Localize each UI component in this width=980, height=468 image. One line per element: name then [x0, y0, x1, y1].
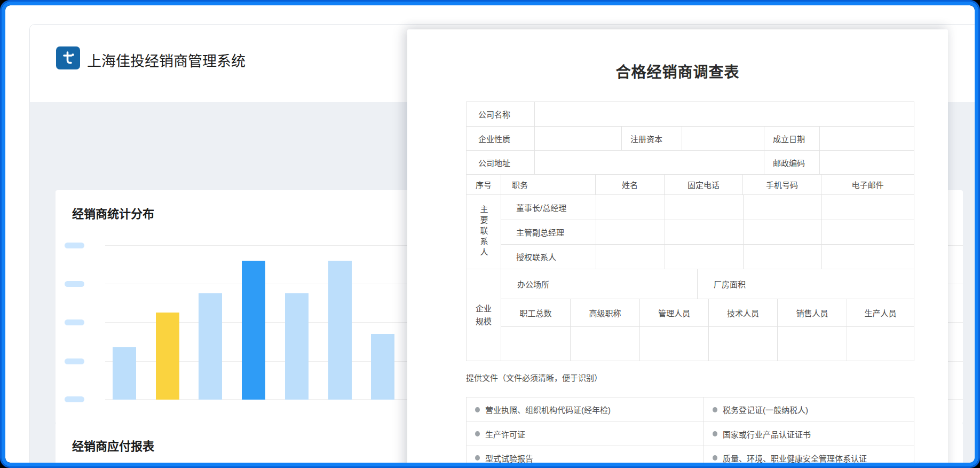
document-item-label: 营业执照、组织机构代码证(经年检) — [485, 404, 611, 415]
bullet-icon — [475, 431, 480, 436]
document-item-label: 质量、环境、职业健康安全管理体系认证 — [723, 453, 867, 463]
contact-input-cell[interactable] — [596, 195, 665, 220]
contact-input-cell[interactable] — [596, 220, 665, 244]
contact-input-cell[interactable] — [821, 220, 914, 244]
survey-form-table: 公司名称 企业性质 注册资本 成立日期 公司地址 邮政编码 — [466, 102, 914, 361]
office-premises-label: 办公场所 — [501, 269, 697, 299]
chart-bar — [156, 313, 179, 400]
app-title: 上海佳投经销商管理系统 — [87, 50, 246, 71]
document-item: 税务登记证(一般纳税人) — [704, 397, 914, 422]
logo-t-glyph — [60, 50, 77, 67]
y-axis-pill — [65, 358, 84, 364]
contact-input-cell[interactable] — [821, 245, 914, 269]
contact-input-cell[interactable] — [665, 220, 743, 244]
company-name-input-cell[interactable] — [534, 102, 914, 126]
staff-input-cell[interactable] — [777, 327, 847, 361]
staff-input-cell[interactable] — [570, 327, 639, 361]
chart-bar — [199, 293, 222, 400]
documents-row: 型式试验报告 质量、环境、职业健康安全管理体系认证 — [467, 446, 914, 463]
contact-col-header: 手机号码 — [742, 175, 821, 194]
contact-input-cell[interactable] — [821, 195, 914, 220]
company-address-label: 公司地址 — [467, 151, 534, 174]
document-item: 质量、环境、职业健康安全管理体系认证 — [704, 446, 914, 463]
documents-row: 生产许可证 国家或行业产品认证证书 — [467, 422, 914, 446]
contact-input-cell[interactable] — [743, 245, 821, 269]
staff-input-cell[interactable] — [639, 327, 708, 361]
postal-code-input-cell[interactable] — [819, 151, 914, 174]
bullet-icon — [475, 407, 480, 412]
enterprise-nature-label: 企业性质 — [467, 127, 534, 150]
staff-col-header: 销售人员 — [777, 299, 847, 326]
chart-bar — [113, 347, 136, 400]
staff-col-header: 职工总数 — [501, 299, 570, 326]
contact-col-header: 固定电话 — [664, 175, 742, 194]
contact-col-header: 职务 — [501, 175, 595, 194]
contact-input-cell[interactable] — [743, 220, 821, 244]
contact-col-header: 姓名 — [595, 175, 664, 194]
y-axis-pill — [65, 319, 84, 325]
document-item-label: 税务登记证(一般纳税人) — [723, 404, 808, 415]
contact-input-cell[interactable] — [665, 195, 743, 220]
document-item-label: 型式试验报告 — [485, 453, 533, 463]
contact-role-label: 授权联系人 — [501, 245, 596, 269]
document-item: 国家或行业产品认证证书 — [704, 422, 914, 446]
documents-list: 营业执照、组织机构代码证(经年检) 税务登记证(一般纳税人) 生产许可证 国家或… — [466, 397, 914, 463]
chart-bar — [242, 261, 265, 400]
chart-bar — [285, 293, 309, 400]
y-axis-pill — [65, 396, 84, 402]
staff-col-header: 高级职称 — [570, 299, 639, 326]
document-item: 营业执照、组织机构代码证(经年检) — [467, 397, 704, 422]
payables-card-title: 经销商应付报表 — [72, 436, 154, 454]
contact-col-header: 电子邮件 — [821, 175, 914, 194]
main-contacts-group-label: 主要联系人 — [467, 195, 501, 269]
bullet-icon — [713, 431, 717, 436]
chart-card-title: 经销商统计分布 — [72, 204, 154, 221]
contact-role-label: 董事长/总经理 — [501, 195, 596, 220]
registered-capital-label: 注册资本 — [621, 127, 682, 150]
documents-row: 营业执照、组织机构代码证(经年检) 税务登记证(一般纳税人) — [467, 397, 914, 422]
document-item-label: 生产许可证 — [485, 428, 525, 440]
staff-col-header: 技术人员 — [708, 299, 777, 326]
company-address-input-cell[interactable] — [534, 151, 764, 174]
staff-col-header: 生产人员 — [847, 299, 914, 326]
registered-capital-input-cell[interactable] — [682, 127, 764, 150]
document-item-label: 国家或行业产品认证证书 — [723, 428, 811, 440]
form-title: 合格经销商调查表 — [407, 60, 948, 82]
bullet-icon — [713, 407, 717, 412]
canvas: 上海佳投经销商管理系统 经销商统计分布 — [5, 5, 975, 463]
contact-col-header: 序号 — [467, 175, 501, 194]
company-name-label: 公司名称 — [467, 102, 534, 126]
staff-input-cell[interactable] — [847, 327, 914, 361]
documents-note: 提供文件（文件必须清晰，便于识别） — [466, 372, 602, 383]
chart-bar — [371, 334, 394, 400]
app-logo-icon — [56, 46, 80, 69]
bullet-icon — [475, 455, 480, 461]
enterprise-nature-input-cell[interactable] — [534, 127, 621, 150]
y-axis-pill — [65, 243, 84, 248]
staff-input-cell[interactable] — [501, 327, 570, 361]
contact-input-cell[interactable] — [596, 245, 665, 269]
enterprise-scale-group-label: 企业规模 — [467, 269, 501, 361]
staff-col-header: 管理人员 — [639, 299, 708, 326]
contact-role-label: 主管副总经理 — [501, 220, 596, 244]
document-item: 生产许可证 — [467, 422, 704, 446]
document-item: 型式试验报告 — [467, 446, 704, 463]
chart-bar — [328, 261, 352, 400]
establish-date-input-cell[interactable] — [819, 127, 914, 150]
page: 上海佳投经销商管理系统 经销商统计分布 — [0, 0, 980, 468]
survey-form-panel: 合格经销商调查表 公司名称 企业性质 注册资本 成立日期 — [407, 29, 948, 463]
bullet-icon — [713, 455, 717, 461]
contact-input-cell[interactable] — [665, 245, 743, 269]
y-axis-pill — [65, 281, 84, 287]
staff-input-cell[interactable] — [708, 327, 777, 361]
contact-input-cell[interactable] — [743, 195, 821, 220]
establish-date-label: 成立日期 — [764, 127, 819, 150]
postal-code-label: 邮政编码 — [764, 151, 819, 174]
factory-area-label: 厂房面积 — [697, 269, 914, 299]
